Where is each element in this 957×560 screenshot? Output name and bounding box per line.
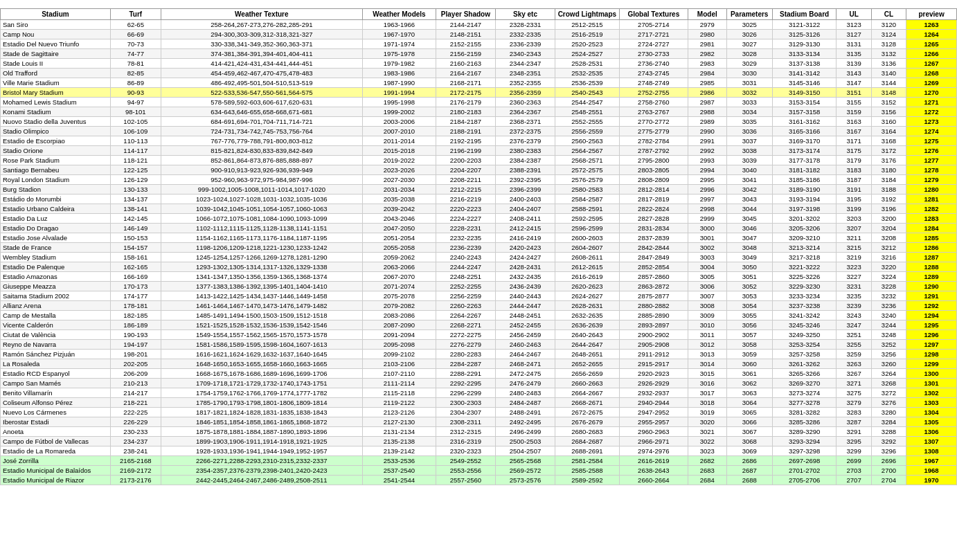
table-cell: 3240 xyxy=(871,311,906,320)
table-cell: 3014 xyxy=(688,359,726,369)
table-cell: 2252-2255 xyxy=(436,282,495,291)
table-cell: 206-209 xyxy=(110,369,161,379)
table-cell: Campo de Fútbol de Vallecas xyxy=(1,437,111,446)
table-cell: 3257-3258 xyxy=(772,350,837,359)
table-cell: 3125-3126 xyxy=(772,30,837,39)
table-cell: Mohamed Lewis Stadium xyxy=(1,98,111,107)
table-cell: 2500-2503 xyxy=(495,437,555,446)
table-cell: 3248 xyxy=(871,330,906,340)
table-cell: 3067 xyxy=(726,427,772,437)
table-cell: Estadio Municipal de Riazor xyxy=(1,476,111,485)
table-cell: 1293-1302,1305-1314,1317-1326,1329-1338 xyxy=(161,262,362,272)
table-cell: 2676-2679 xyxy=(555,417,620,427)
table-cell: 2055-2058 xyxy=(362,243,436,253)
table-cell: 3136 xyxy=(871,59,906,69)
table-cell: 2842-2844 xyxy=(619,243,688,253)
table-cell: 1377-1383,1386-1392,1395-1401,1404-1410 xyxy=(161,282,362,291)
table-cell: 2705-2714 xyxy=(619,20,688,30)
table-cell: 2624-2627 xyxy=(555,291,620,301)
table-cell: 1968 xyxy=(906,466,957,476)
table-cell: 2023-2026 xyxy=(362,165,436,175)
table-cell: 3180 xyxy=(871,165,906,175)
table-cell: 3148 xyxy=(871,88,906,98)
table-cell: 1928-1933,1936-1941,1944-1949,1952-1957 xyxy=(161,446,362,456)
table-cell: 3064 xyxy=(726,398,772,408)
table-row: Reyno de Navarra194-1971581-1586,1589-15… xyxy=(1,340,957,350)
table-row: La Rosaleda202-2051648-1650,1653-1655,16… xyxy=(1,359,957,369)
table-cell: 2812-2814 xyxy=(619,185,688,195)
table-cell: 2966-2971 xyxy=(619,437,688,446)
table-row: Benito Villamarín214-2171754-1759,1762-1… xyxy=(1,388,957,398)
table-row: Vicente Calderón186-1891521-1525,1528-15… xyxy=(1,320,957,330)
table-cell: 1485-1491,1494-1500,1503-1509,1512-1518 xyxy=(161,311,362,320)
table-cell: 1280 xyxy=(906,185,957,195)
table-cell: 2999 xyxy=(688,214,726,224)
table-cell: 1899-1903,1906-1911,1914-1918,1921-1925 xyxy=(161,437,362,446)
table-cell: 3030 xyxy=(726,69,772,78)
table-cell: 2059-2062 xyxy=(362,253,436,262)
table-cell: 2932-2937 xyxy=(619,388,688,398)
table-cell: 2083-2086 xyxy=(362,311,436,320)
col-cl2: CL xyxy=(871,9,906,20)
col-ul: UL xyxy=(837,9,871,20)
table-cell: 3129-3130 xyxy=(772,39,837,49)
table-cell: 162-165 xyxy=(110,262,161,272)
table-cell: 3212 xyxy=(871,243,906,253)
table-row: Nuevo Los Cármenes222-2251817-1821,1824-… xyxy=(1,408,957,417)
table-cell: 3040 xyxy=(726,165,772,175)
table-cell: 2684-2687 xyxy=(555,437,620,446)
table-cell: 684-691,694-701,704-711,714-721 xyxy=(161,117,362,127)
table-cell: 210-213 xyxy=(110,379,161,388)
table-row: Estadio de La Romareda238-2411928-1933,1… xyxy=(1,446,957,456)
table-cell: 258-264,267-273,276-282,285-291 xyxy=(161,20,362,30)
table-cell: 126-129 xyxy=(110,175,161,185)
table-cell: 2981 xyxy=(688,39,726,49)
table-cell: 1785-1790,1793-1798,1801-1806,1809-1814 xyxy=(161,398,362,408)
table-cell: 2372-2375 xyxy=(495,127,555,136)
table-cell: 2328-2331 xyxy=(495,20,555,30)
table-cell: 78-81 xyxy=(110,59,161,69)
col-model: Model xyxy=(688,9,726,20)
table-cell: 3001 xyxy=(688,233,726,243)
table-cell: 2063-2066 xyxy=(362,262,436,272)
table-cell: 3228 xyxy=(871,282,906,291)
table-cell: 1304 xyxy=(906,408,957,417)
table-cell: 1265 xyxy=(906,39,957,49)
table-cell: 3023 xyxy=(688,446,726,456)
table-cell: 3132 xyxy=(871,49,906,59)
table-cell: Wembley Stadium xyxy=(1,253,111,262)
table-cell: 2604-2607 xyxy=(555,243,620,253)
table-cell: 2139-2142 xyxy=(362,446,436,456)
table-cell: 1286 xyxy=(906,243,957,253)
table-cell: 3029 xyxy=(726,59,772,69)
table-cell: 2532-2535 xyxy=(555,69,620,78)
table-cell: 2763-2767 xyxy=(619,107,688,117)
table-cell: 2180-2183 xyxy=(436,107,495,117)
table-cell: 3054 xyxy=(726,301,772,311)
table-cell: 1979-1982 xyxy=(362,59,436,69)
table-cell: 3253-3254 xyxy=(772,340,837,350)
table-cell: 578-589,592-603,606-617,620-631 xyxy=(161,98,362,107)
table-cell: 102-105 xyxy=(110,117,161,127)
table-cell: 3297-3298 xyxy=(772,446,837,456)
table-row: Estadio Da Luz142-1451066-1072,1075-1081… xyxy=(1,214,957,224)
table-cell: 3156 xyxy=(871,107,906,117)
table-cell: 1272 xyxy=(906,107,957,117)
table-cell: 1271 xyxy=(906,98,957,107)
table-cell: 3193-3194 xyxy=(772,195,837,204)
table-cell: 1266 xyxy=(906,49,957,59)
table-row: Ville Marie Stadium86-89486-492,495-501,… xyxy=(1,78,957,88)
table-cell: 2986 xyxy=(688,88,726,98)
table-cell: 486-492,495-501,504-510,513-519 xyxy=(161,78,362,88)
table-cell: 2955-2957 xyxy=(619,417,688,427)
table-cell: 2444-2447 xyxy=(495,301,555,311)
table-cell: 3284 xyxy=(871,417,906,427)
table-cell: 3037 xyxy=(726,136,772,146)
table-cell: 1302 xyxy=(906,388,957,398)
table-row: Stade de France154-1571198-1206,1209-121… xyxy=(1,243,957,253)
table-cell: 2686 xyxy=(726,456,772,466)
table-cell: 2308-2311 xyxy=(436,417,495,427)
table-cell: 1300 xyxy=(906,369,957,379)
table-cell: Estadio de La Romareda xyxy=(1,446,111,456)
table-cell: 1285 xyxy=(906,233,957,243)
